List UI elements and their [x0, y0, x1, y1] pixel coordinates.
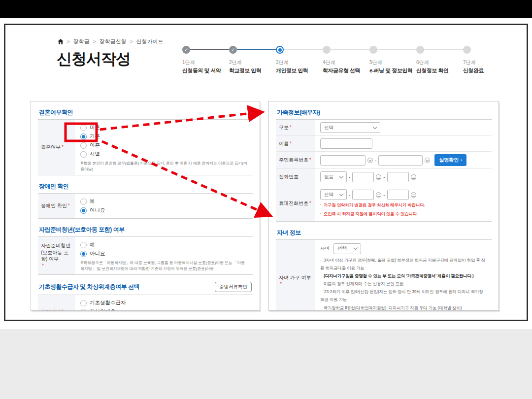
radio-icon[interactable]	[80, 300, 87, 306]
left-form-panel: 결혼여부확인 결혼여부* 미혼 기혼 이혼 사별 ※학생 본인이 혼인한 경우(…	[31, 101, 260, 311]
step-number: 4단계	[323, 59, 369, 66]
radio-divorced[interactable]: 이혼	[80, 142, 248, 149]
marriage-note: ※학생 본인이 혼인한 경우(법률혼) 기혼으로 표기, 혼인 후 이혼 시 재…	[80, 161, 248, 172]
step-todo-icon	[369, 46, 377, 54]
breadcrumb-item-guide[interactable]: 신청가이드	[136, 38, 164, 45]
secure-keypad-icon	[367, 158, 373, 163]
arrow-right-icon: ›	[461, 158, 462, 163]
bullet-item: 3자녀 이상 가구의 경우(첫째, 둘째 포함) 학부생은 학자금 지원구간에 …	[320, 256, 487, 272]
table-row: 휴대전화번호* 선택 - - 가구원 연락처가 변경된 경우 최신화 해주시기 …	[276, 185, 492, 221]
radio-icon[interactable]	[80, 199, 87, 205]
phone-last-input[interactable]	[387, 172, 409, 182]
right-form-panel: 가족정보(배우자) 구분* 선택 이름* 주민	[268, 101, 499, 311]
real-name-verify-button[interactable]: 실명확인›	[434, 154, 466, 166]
radio-icon[interactable]	[80, 309, 87, 311]
radio-icon[interactable]	[80, 142, 87, 149]
step-label: 신청완료	[463, 67, 510, 74]
radio-basic-recipient[interactable]: 기초생활수급자	[80, 299, 248, 306]
table-row: 결혼여부* 미혼 기혼 이혼 사별 ※학생 본인이 혼인한 경우(법률혼) 기혼…	[38, 120, 253, 175]
row-label-selection: 선택사항*	[38, 295, 75, 311]
chevron-down-icon	[339, 174, 343, 178]
mobile-last-input[interactable]	[387, 190, 409, 200]
section-heading-basic-livelihood: 기초생활수급자 및 차상위계층여부 선택	[39, 283, 139, 291]
section-heading-disability: 장애인 확인	[39, 182, 68, 191]
table-row: 장애인 확인* 예 아니요	[38, 194, 253, 218]
step-done-check-icon: ✓	[182, 46, 190, 54]
section-heading-selfreliance: 자립준비청년(보호아동 포함) 여부	[39, 226, 125, 234]
mobile-prefix-select[interactable]: 선택	[320, 189, 347, 200]
row-label-selfreliance: 자립준비청년 (보호아동 포함) 여부 *	[38, 237, 75, 274]
radio-selfreliance-no[interactable]: 아니요	[80, 250, 248, 257]
radio-checked-icon[interactable]	[80, 251, 87, 257]
page-title: 신청서작성	[57, 49, 131, 69]
row-label-gubun: 구분*	[276, 120, 315, 135]
children-count-label: 자녀	[320, 245, 329, 252]
radio-checked-icon[interactable]	[80, 133, 87, 140]
rrn-front-input[interactable]	[320, 155, 366, 166]
breadcrumb-separator: >	[130, 39, 133, 44]
radio-icon[interactable]	[80, 242, 87, 248]
section-heading-children: 자녀 정보	[277, 229, 301, 237]
phone-prefix-select[interactable]: 없음	[320, 171, 347, 182]
breadcrumb: > 장학금 > 장학금신청 > 신청가이드	[58, 38, 164, 45]
section-heading-family: 가족정보(배우자)	[277, 108, 320, 117]
children-table: 자녀 가구 여부* 자녀 선택 3자녀 이상 가구의 경우(첫째, 둘째 포함)…	[276, 239, 492, 311]
row-label-name: 이름*	[276, 136, 315, 151]
rrn-back-input[interactable]	[378, 155, 423, 166]
children-count-select[interactable]: 선택	[333, 243, 361, 254]
disability-table: 장애인 확인* 예 아니요	[38, 193, 253, 219]
radio-widowed[interactable]: 사별	[80, 151, 248, 158]
step-todo-icon	[416, 46, 424, 54]
step-4: 4단계 학자금유형 선택	[323, 46, 369, 74]
radio-checked-icon[interactable]	[80, 207, 87, 214]
radio-near-poverty[interactable]: 차상위계층	[80, 308, 248, 311]
mobile-mid-input[interactable]	[352, 190, 374, 200]
table-row: 자립준비청년 (보호아동 포함) 여부 * 예 아니요 ※학부생으로「아동복지법…	[38, 237, 253, 274]
radio-icon[interactable]	[80, 125, 87, 131]
bullet-item: 미혼의 경우 형제자매 수는 신청자 본인 포함	[320, 280, 487, 288]
chevron-down-icon	[339, 192, 343, 196]
top-black-bar	[0, 0, 532, 18]
secure-keypad-icon	[411, 192, 416, 198]
radio-icon[interactable]	[80, 151, 87, 158]
row-label-disability: 장애인 확인*	[38, 194, 75, 218]
step-active-icon	[276, 46, 284, 54]
phone-mid-input[interactable]	[352, 172, 374, 182]
step-number: 7단계	[463, 59, 510, 66]
chevron-down-icon	[373, 125, 377, 129]
step-done-check-icon: ✓	[229, 46, 237, 54]
spouse-name-input[interactable]	[320, 138, 372, 149]
secure-keypad-icon	[411, 174, 416, 180]
step-label: 개인정보 입력	[276, 67, 323, 74]
step-2: ✓ 2단계 학교정보 입력	[229, 46, 276, 74]
radio-unmarried[interactable]: 미혼	[80, 124, 248, 131]
breadcrumb-item-application[interactable]: 장학금신청	[100, 38, 127, 45]
table-row: 자녀 가구 여부* 자녀 선택 3자녀 이상 가구의 경우(첫째, 둘째 포함)…	[276, 240, 492, 311]
row-label-phone: 전화번호	[276, 169, 315, 185]
step-3-active: 3단계 개인정보 입력	[276, 46, 323, 74]
step-number: 3단계	[276, 59, 323, 66]
step-number: 2단계	[229, 59, 276, 66]
bullet-item: '23-2학기 이후 입학(신입·편입)자는 입학 당시 만 39세 이하인 경…	[320, 288, 487, 303]
secure-keypad-icon	[376, 192, 381, 198]
table-row: 주민등록번호* - 실명확인›	[276, 152, 492, 169]
secure-keypad-icon	[376, 174, 381, 180]
table-row: 구분* 선택	[276, 120, 492, 136]
gubun-select[interactable]: 선택	[320, 122, 380, 133]
radio-selfreliance-yes[interactable]: 예	[80, 241, 248, 248]
children-info-bullets: 3자녀 이상 가구의 경우(첫째, 둘째 포함) 학부생은 학자금 지원구간에 …	[320, 256, 487, 311]
radio-married[interactable]: 기혼	[80, 133, 248, 140]
proof-documents-button[interactable]: 증빙서류확인	[215, 282, 252, 292]
mobile-warning-note: 가구원 연락처가 변경된 경우 최신화 해주시기 바랍니다.	[320, 201, 487, 210]
page-background-lower	[0, 329, 532, 399]
row-label-rrn: 주민등록번호*	[276, 152, 315, 168]
selfreliance-table: 자립준비청년 (보호아동 포함) 여부 * 예 아니요 ※학부생으로「아동복지법…	[38, 236, 253, 275]
home-icon[interactable]	[58, 39, 64, 44]
breadcrumb-item-scholarship[interactable]: 장학금	[73, 38, 90, 45]
table-row: 이름*	[276, 136, 492, 152]
step-todo-icon	[323, 46, 331, 54]
radio-disability-yes[interactable]: 예	[80, 198, 248, 205]
row-label-marriage: 결혼여부*	[38, 120, 75, 175]
radio-disability-no[interactable]: 아니요	[80, 207, 248, 214]
row-label-children: 자녀 가구 여부*	[276, 240, 315, 311]
